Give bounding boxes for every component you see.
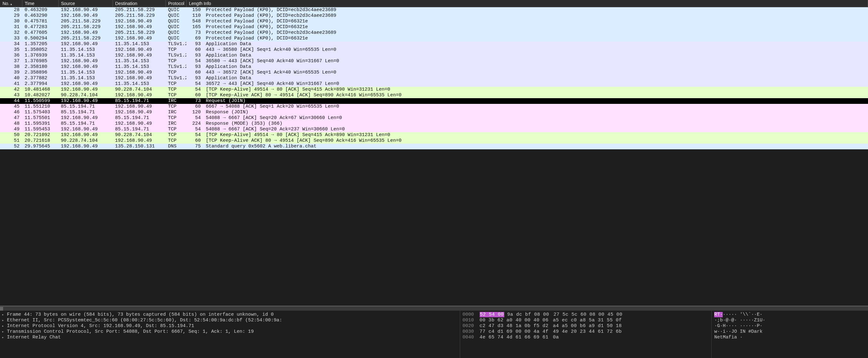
cell-info: 36572 → 443 [ACK] Seq=40 Ack=40 Win=3166… (203, 81, 868, 87)
packet-bytes-hex-pane[interactable]: 000052 54 00 9a dc bf 08 0027 5c 5c 60 0… (460, 311, 712, 358)
table-row[interactable]: 402.37788211.35.14.153192.168.90.49TLSv1… (0, 76, 868, 81)
hex-row[interactable]: 003077 c4 d1 69 00 00 4a 4f49 4e 20 23 4… (463, 329, 709, 335)
cell-len: 54 (186, 81, 203, 87)
col-time[interactable]: Time (22, 0, 58, 7)
tree-item[interactable]: ▸Internet Relay Chat (2, 335, 458, 340)
packet-list-pane[interactable]: No. Time Source Destination Protocol Len… (0, 0, 868, 306)
table-row[interactable]: 412.377994192.168.90.4911.35.14.153TCP54… (0, 81, 868, 87)
col-no[interactable]: No. (0, 0, 22, 7)
table-row[interactable]: 4310.48202790.228.74.104192.168.90.49TCP… (0, 92, 868, 98)
cell-dst: 192.168.90.49 (113, 70, 165, 76)
cell-info: [TCP Keep-Alive] 49514 → 80 [ACK] Seq=41… (203, 132, 868, 138)
hex-row[interactable]: 00404e 65 74 4d 61 66 69 610a (463, 335, 709, 340)
cell-src: 192.168.90.49 (58, 7, 113, 13)
ascii-row[interactable]: RT······ '\\`··E· (714, 312, 866, 318)
cell-proto: QUIC (165, 19, 186, 24)
table-row[interactable]: 4511.55121085.15.194.71192.168.90.49TCP6… (0, 104, 868, 110)
table-row[interactable]: 392.35889611.35.14.153192.168.90.49TCP60… (0, 70, 868, 76)
expand-arrow-icon[interactable]: ▸ (2, 318, 5, 323)
table-row[interactable]: 4411.550599192.168.90.4985.15.194.71IRC7… (0, 98, 868, 104)
cell-no: 37 (0, 58, 22, 64)
packet-details-pane[interactable]: ▸Frame 44: 73 bytes on wire (584 bits), … (0, 311, 460, 358)
table-row[interactable]: 371.376985192.168.90.4911.35.14.153TCP54… (0, 58, 868, 64)
table-row[interactable]: 5020.721092192.168.90.4990.228.74.104TCP… (0, 132, 868, 138)
cell-dst: 11.35.14.153 (113, 64, 165, 70)
table-row[interactable]: 310.477283205.211.58.229192.168.90.49QUI… (0, 24, 868, 30)
table-row[interactable]: 5120.72161890.228.74.104192.168.90.49TCP… (0, 138, 868, 144)
col-destination[interactable]: Destination (113, 0, 165, 7)
cell-time: 1.376985 (22, 58, 58, 64)
packet-table-header[interactable]: No. Time Source Destination Protocol Len… (0, 0, 868, 7)
expand-arrow-icon[interactable]: ▸ (2, 329, 5, 335)
expand-arrow-icon[interactable]: ▸ (2, 312, 5, 318)
cell-src: 192.168.90.49 (58, 127, 113, 132)
table-row[interactable]: 351.35805211.35.14.153192.168.90.49TCP60… (0, 47, 868, 53)
table-row[interactable]: 361.37693911.35.14.153192.168.90.49TLSv1… (0, 53, 868, 58)
cell-info: Request (JOIN) (203, 98, 868, 104)
cell-no: 36 (0, 53, 22, 58)
cell-src: 11.35.14.153 (58, 53, 113, 58)
table-row[interactable]: 320.477605192.168.90.49205.211.58.229QUI… (0, 30, 868, 36)
cell-src: 11.35.14.153 (58, 76, 113, 81)
cell-info: Application Data (203, 76, 868, 81)
col-length-info[interactable]: Length Info (186, 0, 868, 7)
ascii-row[interactable]: w··i··JO IN #Dark (714, 329, 866, 335)
table-row[interactable]: 4611.57540385.15.194.71192.168.90.49IRC1… (0, 110, 868, 115)
packet-table[interactable]: No. Time Source Destination Protocol Len… (0, 0, 868, 149)
tree-item[interactable]: ▸Ethernet II, Src: PCSSystemtec_5c:5c:60… (2, 318, 458, 323)
cell-no: 34 (0, 42, 22, 47)
tree-item[interactable]: ▸Internet Protocol Version 4, Src: 192.1… (2, 323, 458, 329)
packet-bytes-ascii-pane[interactable]: RT······ '\\`··E··;b·@·@· ·····Z1U··G·H·… (712, 311, 868, 358)
table-row[interactable]: 5229.975645192.168.90.49135.28.150.131DN… (0, 144, 868, 149)
expand-arrow-icon[interactable]: ▸ (2, 323, 5, 329)
cell-info: Protected Payload (KP0), DCID=ecb2d3c4ae… (203, 30, 868, 36)
table-row[interactable]: 4911.595453192.168.90.4985.15.194.71TCP5… (0, 127, 868, 132)
tree-item[interactable]: ▸Transmission Control Protocol, Src Port… (2, 329, 458, 335)
cell-time: 29.975645 (22, 144, 58, 149)
cell-proto: TLSv1.2 (165, 76, 186, 81)
table-row[interactable]: 330.500294205.211.58.229192.168.90.49QUI… (0, 36, 868, 42)
table-row[interactable]: 290.463290192.168.90.49205.211.58.229QUI… (0, 13, 868, 19)
cell-dst: 192.168.90.49 (113, 47, 165, 53)
tree-item-label: Internet Relay Chat (7, 335, 61, 340)
col-protocol[interactable]: Protocol (165, 0, 186, 7)
hex-row[interactable]: 0020c2 47 d3 48 1a 0b f5 d2a4 a5 00 b6 a… (463, 323, 709, 329)
cell-proto: TCP (165, 138, 186, 144)
tree-item[interactable]: ▸Frame 44: 73 bytes on wire (584 bits), … (2, 312, 458, 318)
cell-len: 54 (186, 115, 203, 121)
table-row[interactable]: 300.475781205.211.58.229192.168.90.49QUI… (0, 19, 868, 24)
cell-dst: 135.28.150.131 (113, 144, 165, 149)
cell-src: 192.168.90.49 (58, 13, 113, 19)
expand-arrow-icon[interactable]: ▸ (2, 335, 5, 340)
hex-offset: 0030 (463, 329, 475, 335)
cell-src: 192.168.90.49 (58, 144, 113, 149)
hex-row[interactable]: 001000 3b 62 a0 40 00 40 06a5 ec c0 a8 5… (463, 318, 709, 323)
cell-dst: 85.15.194.71 (113, 127, 165, 132)
hex-bytes-group2: 27 5c 5c 60 08 00 45 00 (554, 312, 622, 318)
cell-time: 10.481468 (22, 87, 58, 92)
ascii-text: ·G·H···· ······P· (714, 323, 763, 329)
hex-row[interactable]: 000052 54 00 9a dc bf 08 0027 5c 5c 60 0… (463, 312, 709, 318)
cell-dst: 11.35.14.153 (113, 42, 165, 47)
table-row[interactable]: 341.357205192.168.90.4911.35.14.153TLSv1… (0, 42, 868, 47)
ascii-row[interactable]: ·;b·@·@· ·····Z1U· (714, 318, 866, 323)
cell-src: 205.211.58.229 (58, 36, 113, 42)
cell-len: 54 (186, 87, 203, 92)
col-source[interactable]: Source (58, 0, 113, 7)
cell-len: 93 (186, 76, 203, 81)
ascii-row[interactable]: NetMafia · (714, 335, 866, 340)
cell-src: 192.168.90.49 (58, 87, 113, 92)
ascii-text: ·;b·@·@· ·····Z1U· (714, 318, 765, 323)
table-row[interactable]: 280.463209192.168.90.49205.211.58.229QUI… (0, 7, 868, 13)
table-row[interactable]: 382.358180192.168.90.4911.35.14.153TLSv1… (0, 64, 868, 70)
cell-src: 192.168.90.49 (58, 58, 113, 64)
cell-len: 54 (186, 132, 203, 138)
table-row[interactable]: 4210.481468192.168.90.4990.228.74.104TCP… (0, 87, 868, 92)
packet-list-horizontal-scrollbar[interactable] (0, 306, 868, 311)
table-row[interactable]: 4711.575501192.168.90.4985.15.194.71TCP5… (0, 115, 868, 121)
ascii-row[interactable]: ·G·H···· ······P· (714, 323, 866, 329)
cell-proto: IRC (165, 121, 186, 127)
scrollbar-thumb[interactable] (0, 307, 3, 311)
tree-item-label: Ethernet II, Src: PCSSystemtec_5c:5c:60 … (7, 318, 282, 323)
table-row[interactable]: 4811.59539185.15.194.71192.168.90.49IRC2… (0, 121, 868, 127)
